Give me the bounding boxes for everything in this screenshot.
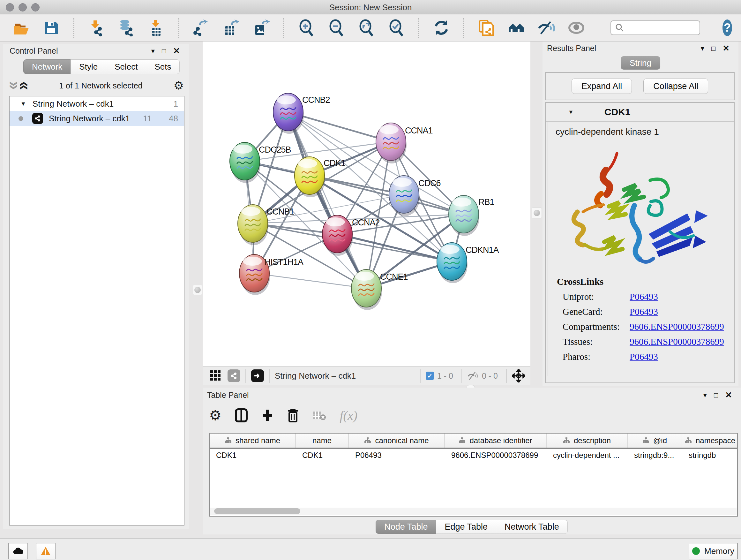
delete-column-icon[interactable] xyxy=(287,408,299,422)
collapse-all-networks-icon[interactable]: ❯❯ xyxy=(10,81,18,90)
column-header-namespace[interactable]: namespace xyxy=(682,434,738,448)
network-node-CCNA1[interactable]: CCNA1 xyxy=(376,123,433,164)
help-button[interactable]: ? xyxy=(723,19,732,36)
results-panel-close-icon[interactable]: ✕ xyxy=(723,44,730,53)
expand-all-networks-icon[interactable]: ❯❯ xyxy=(19,81,27,90)
network-edge-HIST1H1A-CCNE1[interactable] xyxy=(254,273,366,288)
table-panel-float-icon[interactable]: □ xyxy=(714,391,718,399)
expand-all-button[interactable]: Expand All xyxy=(571,78,632,94)
copy-style-icon[interactable] xyxy=(478,19,495,37)
network-node-CCNE1[interactable]: CCNE1 xyxy=(351,269,408,310)
selected-items-checkbox[interactable]: ✓ xyxy=(426,372,434,380)
zoom-selected-icon[interactable] xyxy=(388,19,405,37)
delete-table-icon[interactable] xyxy=(312,410,326,421)
collapse-all-button[interactable]: Collapse All xyxy=(643,78,708,94)
create-column-icon[interactable] xyxy=(261,409,274,422)
open-in-window-icon[interactable] xyxy=(251,369,264,382)
network-options-gear-icon[interactable]: ⚙ xyxy=(174,80,184,91)
save-session-icon[interactable] xyxy=(43,19,60,37)
search-input[interactable] xyxy=(610,20,700,35)
memory-button[interactable]: Memory xyxy=(689,543,738,559)
column-header--id[interactable]: @id xyxy=(628,434,682,448)
import-network-file-icon[interactable] xyxy=(88,19,105,37)
show-hide-graphics-icon[interactable] xyxy=(538,19,555,37)
warnings-button[interactable] xyxy=(36,543,56,559)
gene-disclosure-icon[interactable]: ▼ xyxy=(568,109,574,116)
right-splitter-handle[interactable] xyxy=(532,207,542,219)
table-cell[interactable]: stringdb xyxy=(682,449,738,462)
zoom-in-icon[interactable] xyxy=(298,19,315,37)
column-header-canonical-name[interactable]: canonical name xyxy=(349,434,445,448)
crosslink-label: GeneCard: xyxy=(562,307,630,317)
control-panel-close-icon[interactable]: ✕ xyxy=(173,46,180,56)
node-column-icon xyxy=(225,437,232,444)
column-header-name[interactable]: name xyxy=(296,434,349,448)
change-styles-icon[interactable] xyxy=(508,19,525,37)
zoom-fit-icon[interactable] xyxy=(358,19,375,37)
memory-status-dot xyxy=(692,547,700,555)
export-table-icon[interactable] xyxy=(223,19,240,37)
network-node-CDK1[interactable]: CDK1 xyxy=(294,157,345,197)
results-panel-menu-icon[interactable]: ▾ xyxy=(701,44,704,53)
scrollbar-thumb[interactable] xyxy=(214,508,300,514)
network-node-HIST1H1A[interactable]: HIST1H1A xyxy=(239,254,304,295)
toolbar-separator xyxy=(461,369,462,383)
crosslink-link[interactable]: P06493 xyxy=(630,307,658,317)
zoom-out-icon[interactable] xyxy=(328,19,345,37)
tab-edge-table[interactable]: Edge Table xyxy=(436,520,496,534)
network-node-RB1[interactable]: RB1 xyxy=(449,195,494,236)
tab-sets[interactable]: Sets xyxy=(146,59,180,74)
column-header-description[interactable]: description xyxy=(547,434,628,448)
import-network-database-icon[interactable] xyxy=(118,19,135,37)
export-image-icon[interactable] xyxy=(253,19,270,37)
tab-style[interactable]: Style xyxy=(71,59,106,74)
table-panel-close-icon[interactable]: ✕ xyxy=(725,390,732,400)
tab-network-table[interactable]: Network Table xyxy=(496,520,568,534)
tab-network[interactable]: Network xyxy=(23,59,71,74)
function-builder-icon[interactable]: f(x) xyxy=(340,408,357,423)
column-header-database-identifier[interactable]: database identifier xyxy=(445,434,547,448)
table-options-gear-icon[interactable]: ⚙ xyxy=(209,408,221,422)
crosslink-link[interactable]: 9606.ENSP00000378699 xyxy=(630,336,724,347)
crosslink-link[interactable]: P06493 xyxy=(630,292,658,302)
show-columns-icon[interactable] xyxy=(235,408,248,422)
table-cell[interactable]: P06493 xyxy=(349,449,445,462)
network-node-CCNA2[interactable]: CCNA2 xyxy=(322,215,380,256)
network-canvas[interactable]: CCNB2CCNA1CDC25BCDK1CDC6RB1CCNB1CCNA2CDK… xyxy=(203,42,530,366)
collection-disclosure-icon[interactable]: ▼ xyxy=(20,101,26,107)
cloud-status-button[interactable] xyxy=(8,543,28,559)
table-cell[interactable]: CDK1 xyxy=(210,449,296,462)
refresh-icon[interactable] xyxy=(433,19,450,37)
table-cell[interactable]: CDK1 xyxy=(296,449,349,462)
tab-string[interactable]: String xyxy=(621,56,660,70)
tab-select[interactable]: Select xyxy=(106,59,146,74)
network-collection-row[interactable]: ▼ String Network – cdk1 1 xyxy=(10,97,184,111)
pan-navigate-icon[interactable] xyxy=(512,369,525,382)
bird-eye-view-icon[interactable] xyxy=(568,19,585,37)
table-panel-menu-icon[interactable]: ▾ xyxy=(703,391,707,399)
network-row[interactable]: String Network – cdk1 11 48 xyxy=(10,111,184,126)
network-badge-icon[interactable] xyxy=(227,369,240,382)
control-panel-float-icon[interactable]: □ xyxy=(162,47,166,55)
import-table-file-icon[interactable] xyxy=(148,19,165,37)
tab-node-table[interactable]: Node Table xyxy=(376,520,436,534)
crosslink-link[interactable]: P06493 xyxy=(630,352,658,362)
table-cell[interactable]: cyclin-dependent ... xyxy=(547,449,628,462)
network-node-CDKN1A[interactable]: CDKN1A xyxy=(437,243,499,283)
column-header-shared-name[interactable]: shared name xyxy=(210,434,296,448)
crosslink-link[interactable]: 9606.ENSP00000378699 xyxy=(630,321,724,332)
grid-view-icon[interactable] xyxy=(208,367,223,384)
main-toolbar: ? xyxy=(0,14,741,42)
table-cell[interactable]: stringdb:9... xyxy=(628,449,682,462)
results-panel-float-icon[interactable]: □ xyxy=(711,44,716,53)
export-network-icon[interactable] xyxy=(193,19,210,37)
open-session-icon[interactable] xyxy=(13,19,30,37)
control-panel-menu-icon[interactable]: ▾ xyxy=(151,47,155,55)
table-row[interactable]: CDK1CDK1P064939606.ENSP00000378699cyclin… xyxy=(210,449,737,462)
gene-header-row[interactable]: ▼ CDK1 xyxy=(546,103,734,122)
left-splitter-handle[interactable] xyxy=(193,285,202,295)
hidden-items-eye-icon[interactable] xyxy=(467,371,479,381)
toolbar-separator xyxy=(73,18,74,38)
table-cell[interactable]: 9606.ENSP00000378699 xyxy=(445,449,547,462)
network-node-CCNB2[interactable]: CCNB2 xyxy=(273,93,330,134)
